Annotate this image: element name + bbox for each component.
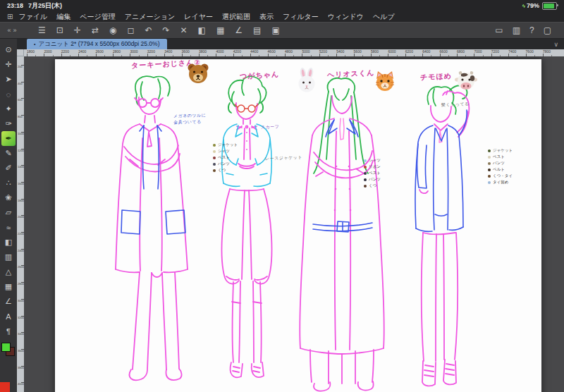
snapshot-icon[interactable]: ◉: [109, 25, 116, 35]
canvas-display-icon[interactable]: ⊡: [56, 25, 63, 35]
status-right: ϟ 79%: [522, 2, 557, 10]
clock: 23:18: [7, 2, 23, 9]
timelapse-icon[interactable]: ▭: [495, 25, 503, 35]
outfit-item: ベスト: [213, 155, 238, 160]
tool-strip-chevrons: «»: [0, 27, 24, 34]
outfit-item: パンツ: [488, 161, 513, 166]
clip-studio-app: 23:187月25日(木) ϟ 79% ⊞ ファイル編集ページ管理アニメーション…: [0, 0, 564, 392]
ruler-corner: [17, 49, 24, 56]
document-tab-title: アコニット 2* (7794 x 5500px 600dpi 25.0%): [38, 40, 159, 49]
menu-item[interactable]: ページ管理: [80, 12, 115, 22]
menu-item[interactable]: ウィンドウ: [328, 12, 364, 22]
tool-pencil[interactable]: ✎: [1, 146, 16, 161]
status-left: 23:187月25日(木): [7, 1, 67, 11]
tool-story[interactable]: ¶: [1, 324, 16, 338]
canvas-viewport: ターキーおじさん② つがちゃん ヘリオスくん チモほめ: [24, 56, 564, 392]
menu-item[interactable]: ファイル: [18, 12, 47, 22]
tool-decoration[interactable]: ❀: [1, 190, 16, 205]
character-sketch-4: [415, 85, 469, 386]
menu-item[interactable]: レイヤー: [184, 12, 213, 22]
outfit-item: ベスト: [488, 154, 513, 159]
outfit-color-list: シャツリボンベストパンツくつ: [364, 158, 381, 188]
outfit-item: タイ留め: [488, 180, 513, 185]
outfit-item: ジャケット: [213, 142, 238, 147]
outfit-item: リボン: [364, 164, 381, 169]
material-palette-icon[interactable]: ▣: [271, 25, 279, 35]
document-tab-bar: • アコニット 2* (7794 x 5500px 600dpi 25.0%) …: [17, 39, 564, 49]
outfit-color-list: ジャケットシャツベストパンツくつ: [213, 142, 238, 173]
story-editor-icon[interactable]: ▥: [513, 25, 520, 35]
tool-frame-border[interactable]: ▦: [1, 279, 16, 294]
modified-indicator-icon: •: [34, 42, 35, 47]
panel-toggle-icon[interactable]: ▢: [544, 25, 551, 35]
tool-blend[interactable]: ≈: [1, 220, 16, 235]
menu-item[interactable]: 編集: [56, 12, 70, 22]
tool-pen[interactable]: ✒: [1, 131, 16, 146]
outfit-item: パンツ: [213, 161, 238, 166]
document-tab[interactable]: • アコニット 2* (7794 x 5500px 600dpi 25.0%): [27, 39, 167, 49]
tool-zoom[interactable]: ⊙: [1, 42, 16, 57]
canvas-surface[interactable]: ターキーおじさん② つがちゃん ヘリオスくん チモほめ: [55, 59, 541, 392]
menu-item[interactable]: 選択範囲: [222, 12, 250, 22]
accent-color-swatch[interactable]: [0, 382, 10, 392]
outfit-item: シャツ: [364, 158, 381, 163]
handwritten-note: スカーフ: [261, 124, 280, 131]
expand-tool-strip-icon[interactable]: »: [13, 27, 17, 34]
snap-ruler-icon[interactable]: ∠: [235, 25, 243, 35]
cow-face-sticker: [454, 71, 478, 92]
handwritten-note: レースジャケット: [265, 154, 302, 162]
tab-overflow-chevron-icon[interactable]: ∨: [553, 41, 558, 48]
tool-gradient[interactable]: ▥: [1, 250, 16, 264]
menu-item[interactable]: ヘルプ: [373, 12, 395, 22]
menu-item[interactable]: 表示: [259, 12, 274, 22]
redo-icon[interactable]: ↷: [162, 25, 169, 35]
character-name-label: つがちゃん: [240, 70, 280, 82]
outfit-item: パンツ: [364, 177, 381, 182]
outfit-item: シャツ: [213, 149, 238, 154]
app-grid-icon[interactable]: ⊞: [7, 13, 13, 20]
tool-selection[interactable]: ◌: [1, 87, 16, 102]
character-sketch-3: [300, 78, 384, 391]
ruler-vertical: 2004006008001000120014001600180020002200…: [17, 56, 24, 392]
tool-figure[interactable]: △: [1, 264, 16, 279]
undo-icon[interactable]: ↶: [145, 25, 152, 35]
tool-auto-select[interactable]: ✦: [1, 102, 16, 116]
grid-icon[interactable]: ▦: [216, 25, 224, 35]
tool-operation[interactable]: ➤: [1, 72, 16, 87]
menu-item[interactable]: フィルター: [283, 12, 319, 22]
tool-move[interactable]: ✛: [1, 57, 16, 72]
main-menu-icon[interactable]: ☰: [38, 25, 46, 35]
outfit-item: くつ: [364, 183, 381, 188]
collapse-tool-strip-icon[interactable]: «: [7, 27, 11, 34]
tool-fill[interactable]: ◧: [1, 235, 16, 250]
rabbit-face-sticker: [296, 68, 317, 93]
battery-icon: [542, 2, 557, 10]
tool-palette: ⊙✛➤◌✦✑✒✎✐∴❀▱≈◧▥△▦∠A¶: [0, 39, 17, 392]
cat-face-sticker: [374, 71, 396, 92]
flip-view-icon[interactable]: ⇄: [92, 25, 99, 35]
command-bar: «» ☰⊡✛⇄◉◻↶↷✕◧▦∠▤▣ ▭▥?▢: [0, 22, 564, 39]
tool-eraser[interactable]: ▱: [1, 205, 16, 220]
tool-text[interactable]: A: [1, 309, 16, 324]
charging-icon: ϟ: [522, 3, 525, 9]
tool-ruler[interactable]: ∠: [1, 294, 16, 309]
menu-item[interactable]: アニメーション: [125, 12, 175, 22]
help-icon[interactable]: ?: [529, 25, 534, 35]
menu-bar: ⊞ ファイル編集ページ管理アニメーションレイヤー選択範囲表示フィルターウィンドウ…: [0, 11, 564, 22]
transform-icon[interactable]: ✛: [74, 25, 81, 35]
date: 7月25日(木): [28, 2, 62, 9]
marquee-select-icon[interactable]: ◻: [127, 25, 134, 35]
fill-tool-icon[interactable]: ◧: [198, 25, 206, 35]
snap-special-icon[interactable]: ▤: [253, 25, 261, 35]
tool-airbrush[interactable]: ∴: [1, 176, 16, 190]
handwritten-note: 髪くくってる: [441, 101, 470, 108]
character-name-label: チモほめ: [420, 71, 453, 82]
status-bar: 23:187月25日(木) ϟ 79%: [0, 0, 564, 11]
clear-icon[interactable]: ✕: [180, 25, 188, 35]
outfit-item: ベルト: [488, 167, 513, 172]
handwritten-note: メガネのツルに 金具ついてる: [173, 112, 207, 126]
tool-eyedropper[interactable]: ✑: [1, 116, 16, 131]
tool-brush[interactable]: ✐: [1, 161, 16, 176]
main-color-swatch[interactable]: [1, 343, 11, 352]
menu-bar-items: ファイル編集ページ管理アニメーションレイヤー選択範囲表示フィルターウィンドウヘル…: [18, 12, 403, 22]
